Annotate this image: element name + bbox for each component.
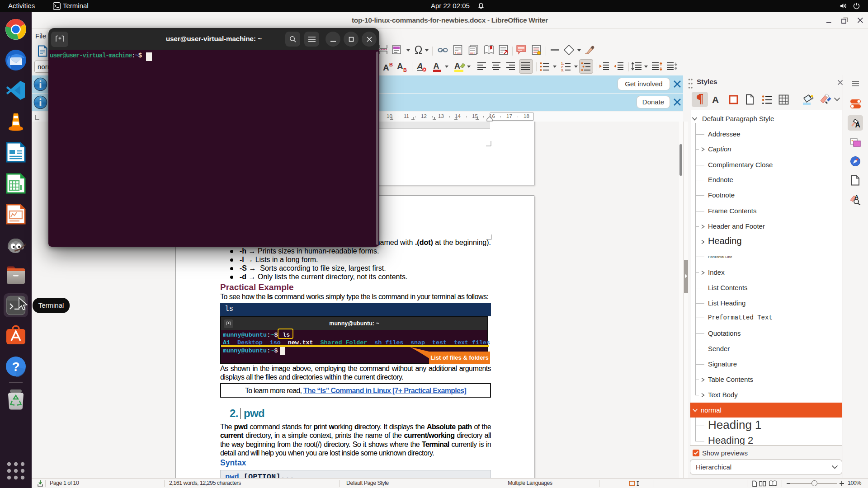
- svg-text:A: A: [434, 61, 439, 70]
- svg-text:B: B: [403, 67, 407, 73]
- svg-text:A: A: [454, 61, 460, 70]
- svg-text:A: A: [416, 61, 423, 71]
- svg-text:A: A: [397, 62, 403, 71]
- svg-text:1: 1: [455, 51, 457, 55]
- svg-text:A: A: [383, 63, 389, 72]
- svg-text:A: A: [712, 95, 719, 104]
- svg-text:i: i: [474, 51, 475, 55]
- svg-text:?: ?: [12, 360, 19, 374]
- svg-text:3.: 3.: [561, 68, 564, 71]
- svg-text:B: B: [389, 62, 393, 67]
- svg-text:A: A: [855, 121, 860, 129]
